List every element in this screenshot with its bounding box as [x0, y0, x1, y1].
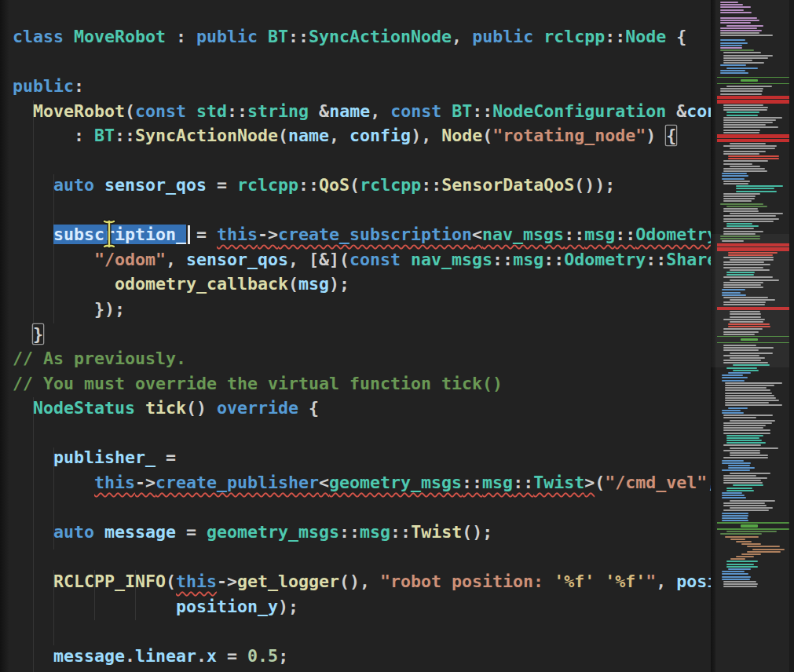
code-token: class: [13, 27, 74, 46]
code-line[interactable]: [0, 148, 711, 173]
code-line[interactable]: RCLCPP_INFO(this->get_logger(), "robot p…: [0, 569, 711, 594]
minimap-line: [726, 440, 762, 441]
code-token: ),: [411, 126, 441, 145]
code-line[interactable]: });: [0, 297, 711, 322]
minimap-line: [725, 382, 782, 384]
minimap-line: [725, 404, 782, 406]
minimap-line: [723, 198, 755, 199]
minimap-line: [726, 223, 752, 225]
code-token: ());: [574, 175, 615, 195]
code-editor[interactable]: class MoveRobot : public BT::SyncActionN…: [0, 0, 711, 672]
code-line[interactable]: [0, 495, 711, 520]
code-token: .: [125, 646, 135, 666]
minimap-slider[interactable]: [711, 234, 794, 367]
code-token: SensorDataQoS: [441, 175, 574, 195]
minimap-line: [722, 495, 745, 496]
minimap-line: [723, 170, 767, 172]
code-line[interactable]: [0, 49, 711, 75]
code-token: SyncActionNode: [135, 126, 278, 145]
minimap-line: [720, 70, 745, 71]
code-token: ): [646, 126, 666, 145]
code-token: this: [94, 473, 135, 492]
code-token: (: [595, 473, 605, 492]
text-caret: [188, 225, 190, 244]
code-token: tick: [145, 398, 186, 418]
code-line[interactable]: }: [0, 322, 711, 347]
minimap-line: [728, 465, 750, 466]
code-token: config: [349, 126, 411, 145]
minimap-line: [722, 460, 744, 462]
code-line[interactable]: NodeStatus tick() override {: [0, 396, 711, 421]
minimap-line: [730, 148, 775, 149]
code-token: '%f': [605, 572, 646, 591]
code-line[interactable]: // You must override the virtual functio…: [0, 371, 711, 396]
minimap-line: [730, 558, 745, 560]
code-line[interactable]: class MoveRobot : public BT::SyncActionN…: [0, 24, 711, 49]
minimap-error-bar: [717, 139, 789, 143]
code-token: 0.5: [247, 646, 278, 666]
code-line[interactable]: [0, 421, 711, 446]
minimap-separator: [717, 77, 789, 78]
code-token: ::: [564, 225, 584, 244]
code-line[interactable]: : BT::SyncActionNode(name, config), Node…: [0, 123, 711, 148]
minimap-line: [730, 473, 770, 474]
minimap-line: [726, 86, 772, 87]
minimap-error-bar: [717, 134, 789, 138]
minimap-line: [720, 35, 773, 36]
minimap-line: [722, 377, 748, 378]
minimap-line: [723, 425, 766, 426]
code-line[interactable]: auto sensor_qos = rclcpp::QoS(rclcpp::Se…: [0, 173, 711, 198]
code-token: rclcpp: [360, 175, 421, 195]
code-line[interactable]: odometry_callback(msg);: [0, 272, 711, 297]
code-token: [13, 225, 53, 244]
code-token: [13, 646, 53, 666]
code-token: <: [472, 225, 482, 244]
minimap-line: [723, 119, 776, 121]
minimap-line: [722, 412, 744, 414]
minimap-line: [730, 507, 773, 509]
minimap-line: [723, 444, 761, 446]
minimap-line: [722, 579, 750, 580]
code-line[interactable]: [0, 619, 711, 644]
minimap-line: [720, 93, 762, 95]
code-token: msg: [513, 250, 543, 269]
minimap-line: [723, 107, 768, 108]
code-line[interactable]: public:: [0, 74, 711, 99]
minimap-line: [723, 457, 768, 458]
minimap-line: [723, 104, 763, 106]
minimap-line: [726, 111, 759, 113]
minimap-line: [726, 561, 758, 562]
selected-text[interactable]: subscription_: [53, 225, 186, 244]
code-token: string: [247, 101, 309, 121]
code-token: [13, 597, 176, 616]
minimap-line: [720, 17, 757, 19]
minimap-line: [723, 151, 766, 152]
code-line[interactable]: auto message = geometry_msgs::msg::Twist…: [0, 520, 711, 545]
code-token: ::: [227, 101, 247, 121]
minimap-line: [723, 215, 776, 217]
minimap-line: [723, 221, 774, 222]
code-line[interactable]: MoveRobot(const std::string &name, const…: [0, 99, 711, 124]
code-token: Node: [625, 27, 666, 46]
code-line[interactable]: [0, 544, 711, 569]
code-token: ,: [370, 101, 390, 121]
minimap-line: [736, 541, 752, 542]
minimap[interactable]: [711, 0, 794, 672]
minimap-scrollbar[interactable]: [789, 0, 794, 672]
code-token: =: [186, 225, 217, 244]
code-token: [135, 398, 145, 418]
code-line[interactable]: publisher_ =: [0, 445, 711, 470]
code-line[interactable]: this->create_publisher<geometry_msgs::ms…: [0, 470, 711, 495]
minimap-line: [720, 22, 751, 24]
code-line[interactable]: // As previously.: [0, 346, 711, 371]
minimap-line: [726, 68, 758, 69]
minimap-line: [720, 72, 748, 74]
minimap-error-bar: [717, 100, 789, 104]
minimap-line: [736, 191, 777, 192]
code-line[interactable]: position_y);: [0, 594, 711, 619]
code-token: create_publisher: [156, 473, 319, 492]
code-token: name: [288, 126, 329, 145]
code-line[interactable]: message.linear.x = 0.5;: [0, 644, 711, 669]
code-token: ,: [656, 572, 676, 591]
code-token: ::: [115, 126, 135, 145]
